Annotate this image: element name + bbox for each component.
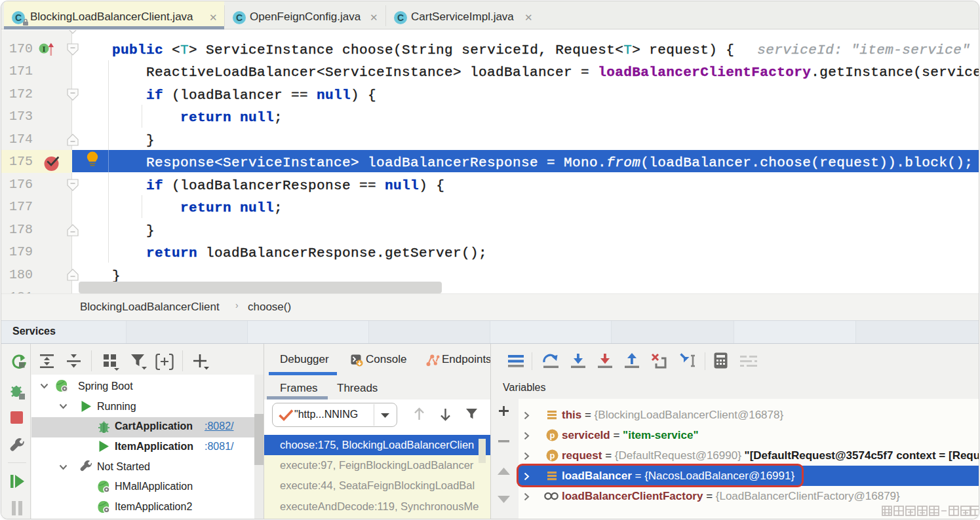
svg-text:I: I <box>42 44 45 54</box>
svg-text:p: p <box>550 451 555 460</box>
svg-text:p: p <box>550 430 555 440</box>
